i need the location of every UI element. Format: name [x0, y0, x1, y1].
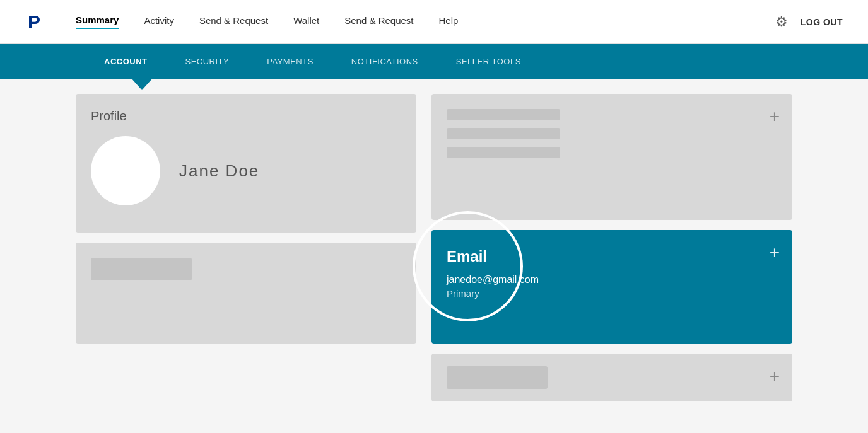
nav-send-request-1[interactable]: Send & Request [199, 15, 268, 28]
nav-wallet[interactable]: Wallet [293, 15, 319, 28]
profile-content: Jane Doe [91, 136, 401, 205]
sub-nav-arrow [131, 78, 153, 90]
profile-title: Profile [91, 109, 401, 124]
right-column: + + Email janedoe@gmail.com Primary + [431, 94, 792, 418]
main-nav-links: Summary Activity Send & Request Wallet S… [76, 14, 775, 29]
add-button-bottom[interactable]: + [770, 366, 780, 386]
gray-line-3 [447, 147, 560, 158]
email-type: Primary [447, 288, 777, 299]
nav-help[interactable]: Help [439, 15, 459, 28]
gray-line-2 [447, 128, 560, 139]
paypal-logo: P [25, 9, 50, 35]
left-column: Profile Jane Doe [76, 94, 416, 418]
gray-line-1 [447, 109, 560, 120]
bottom-gray-line [447, 366, 548, 389]
profile-card: Profile Jane Doe [76, 94, 416, 233]
svg-text:P: P [28, 11, 40, 32]
small-rect [91, 258, 192, 280]
email-address: janedoe@gmail.com [447, 274, 777, 286]
subnav-payments[interactable]: PAYMENTS [264, 57, 317, 66]
small-card-left [76, 243, 416, 344]
subnav-seller-tools[interactable]: SELLER TOOLS [453, 57, 524, 66]
top-nav: P Summary Activity Send & Request Wallet… [0, 0, 868, 44]
nav-activity[interactable]: Activity [144, 15, 174, 28]
email-card: + Email janedoe@gmail.com Primary [431, 230, 792, 344]
email-title: Email [447, 248, 777, 265]
settings-icon[interactable]: ⚙ [775, 14, 788, 30]
subnav-security[interactable]: SECURITY [182, 57, 233, 66]
gray-lines-card: + [431, 94, 792, 220]
nav-send-request-2[interactable]: Send & Request [344, 15, 413, 28]
avatar [91, 136, 160, 205]
profile-name: Jane Doe [179, 161, 259, 181]
bottom-gray-card: + [431, 354, 792, 401]
circle-highlight [413, 211, 523, 321]
subnav-account[interactable]: ACCOUNT [101, 57, 151, 66]
add-email-button[interactable]: + [770, 243, 780, 263]
nav-summary[interactable]: Summary [76, 14, 119, 29]
main-content: Profile Jane Doe + + Email janedoe@gmail… [0, 79, 868, 433]
subnav-notifications[interactable]: NOTIFICATIONS [348, 57, 421, 66]
logout-button[interactable]: LOG OUT [801, 17, 843, 27]
nav-right: ⚙ LOG OUT [775, 14, 843, 30]
add-button-top[interactable]: + [770, 107, 780, 127]
sub-nav: ACCOUNT SECURITY PAYMENTS NOTIFICATIONS … [0, 44, 868, 79]
